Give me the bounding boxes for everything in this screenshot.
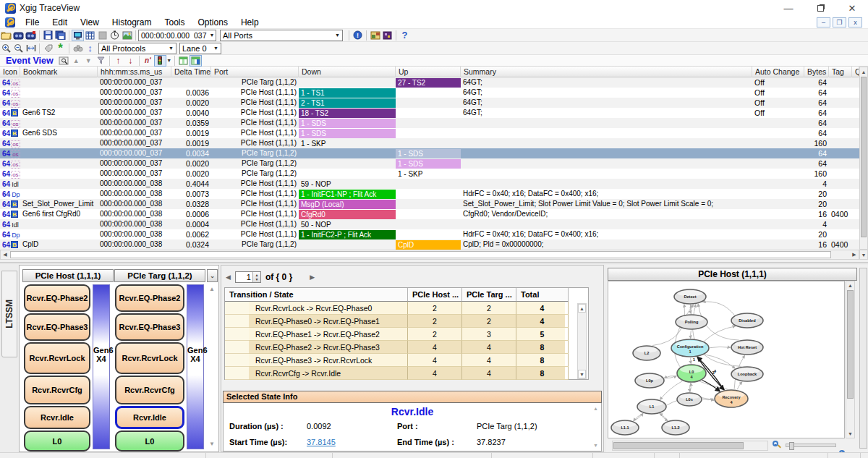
transition-column-header[interactable]: Transition / State [225,288,408,302]
event-row[interactable]: 64os000:00:00.000_0370.0020PCIe Targ (1,… [0,169,859,179]
state-node-l12[interactable]: L1.2 [662,420,689,435]
event-row[interactable]: 64Idl000:00:00.000_0380.4044PCIe Host (1… [0,179,859,189]
event-row[interactable]: 64BSet_Slot_Power_Limit000:00:00.000_038… [0,199,859,209]
ports-select[interactable]: All Ports ▼ [220,30,343,41]
menu-tools[interactable]: Tools [158,16,192,28]
column-header-time[interactable]: hhh:mm:ss.ms_us [98,67,171,77]
state-info-scroll-down-icon[interactable]: ▼ [593,443,598,448]
ltssm-state-rcvr-eq-phase2[interactable]: Rcvr.EQ-Phase2 [115,284,184,312]
column-header-tag[interactable]: Tag [829,67,852,77]
time-jump-field[interactable]: 000:00:00.000 037 ▼ [138,30,216,41]
start-time-link[interactable]: 37.8145 [307,438,336,446]
column-header-qu[interactable]: Qu [852,67,859,77]
ltssm-scroll-up-icon[interactable]: ▲ [209,286,215,292]
timer-icon[interactable] [109,30,121,41]
swap-direction-icon[interactable]: ↕ [84,43,96,54]
transition-row[interactable]: Rcvr.RcvrCfg -> Rcvr.Idle448 [225,367,565,380]
trigger-view-icon[interactable] [154,55,166,67]
zoom-in-icon[interactable] [0,43,12,54]
menu-help[interactable]: Help [234,16,265,28]
open-trace-icon[interactable] [12,30,25,41]
transition-row[interactable]: Rcvr.EQ-Phase1 -> Rcvr.EQ-Phase2235 [225,328,565,341]
menu-file[interactable]: File [19,16,46,28]
event-row[interactable]: 64os000:00:00.000_0370.0020PCIe Targ (1,… [0,158,859,169]
close-button[interactable]: ✕ [836,0,868,16]
page-prev-icon[interactable]: ◀ [226,273,231,281]
event-details-icon[interactable] [58,55,70,67]
state-node-l1[interactable]: L1 [637,399,666,414]
column-view-icon[interactable] [177,55,190,67]
goto-nth-icon[interactable]: nʹ [142,55,154,67]
transition-table-vscrollbar[interactable]: ▲ ▼ [577,303,587,379]
transition-column-header[interactable]: PCIe Host ... [408,288,462,302]
state-diagram-header[interactable]: PCIe Host (1,1,1) [608,268,857,281]
help-icon[interactable]: ? [399,30,411,41]
column-header-delta[interactable]: Delta Time [171,67,211,77]
ltssm-state-rcvr-rcvrlock[interactable]: Rcvr.RcvrLock [115,342,184,374]
page-next-icon[interactable]: ▶ [310,273,315,281]
mdi-restore-button[interactable]: ❐ [833,17,846,27]
event-row[interactable]: 64BCplD000:00:00.000_0380.0324PCIe Targ … [0,239,859,250]
state-node-l2[interactable]: L2 [633,346,660,360]
ltssm-state-rcvr-idle[interactable]: Rcvr.Idle [115,406,184,429]
ltssm-state-rcvr-idle[interactable]: Rcvr.Idle [24,406,90,429]
menu-edit[interactable]: Edit [46,16,74,28]
event-row[interactable]: 64Dp000:00:00.000_0380.0062PCIe Host (1,… [0,229,859,239]
event-row[interactable]: 64os000:00:00.000_0370.0034PCIe Targ (1,… [0,148,859,158]
open-file-icon[interactable] [0,30,12,41]
transition-row[interactable]: Rcvr.EQ-Phase2 -> Rcvr.EQ-Phase3448 [225,341,565,354]
column-header-port[interactable]: Port [211,67,299,77]
minimize-button[interactable]: — [773,0,804,16]
ltssm-state-l0[interactable]: L0 [115,431,184,451]
tab-ltssm[interactable]: LTSSM [1,271,17,357]
column-header-up[interactable]: Up [396,67,461,77]
protocols-select[interactable]: All Protocols ▼ [98,43,176,54]
state-node-l0[interactable]: L04 [677,365,706,382]
state-node-hotreset[interactable]: Hot Reset [731,340,763,355]
lane-select[interactable]: Lane 0 ▼ [179,43,221,54]
ltssm-state-rcvr-rcvrcfg[interactable]: Rcvr.RcvrCfg [24,376,90,404]
maximize-button[interactable] [804,0,836,16]
event-table-vscrollbar[interactable]: ▲ [859,67,868,250]
transition-row[interactable]: Rcvr.RcvrLock -> Rcvr.EQ-Phase0224 [225,302,565,315]
ltssm-state-rcvr-eq-phase3[interactable]: Rcvr.EQ-Phase3 [24,313,90,341]
collapsed-panel-tab[interactable] [859,268,867,449]
mdi-minimize-button[interactable]: – [817,17,830,27]
trigger-view-dropdown-icon[interactable]: ▼ [166,55,172,67]
event-row[interactable]: 64os000:00:00.000_0370.0020PCIe Host (1,… [0,98,859,108]
event-info-icon[interactable]: ! [352,30,364,41]
transition-row[interactable]: Rcvr.EQ-Phase0 -> Rcvr.EQ-Phase1224 [225,315,565,328]
state-diagram-canvas[interactable]: 134DetectPollingDisabledConfiguration1Ho… [608,281,845,438]
ltssm-header-dropdown-icon[interactable]: ⌄ [207,269,218,282]
state-node-disabled[interactable]: Disabled [731,313,763,328]
transition-column-header[interactable]: PCIe Targ ... [462,288,516,302]
marker-icon[interactable]: * [54,43,67,54]
prev-trigger-icon[interactable]: ↑ [112,55,124,67]
page-spin-icons[interactable]: ▲▼ [252,272,260,282]
event-table-vscroll-down-icon[interactable]: ▼ [859,250,868,260]
ltssm-host-header[interactable]: PCIe Host (1,1,1) [22,269,114,282]
transition-column-header[interactable]: Total [516,288,569,302]
menu-view[interactable]: View [74,16,106,28]
mdi-close-button[interactable]: x [848,17,862,27]
ports-dropdown-icon[interactable]: ▼ [332,33,340,38]
image-export-icon[interactable] [121,30,133,41]
event-row[interactable]: 64os000:00:00.000_037PCIe Targ (1,1,2)27… [0,77,859,88]
ltssm-state-l0[interactable]: L0 [24,431,90,451]
column-header-down[interactable]: Down [299,67,396,77]
color-settings-icon[interactable] [369,30,381,41]
event-row[interactable]: 64BGen6 first CfgRd0000:00:00.000_0380.0… [0,209,859,219]
column-header-summary[interactable]: Summary [461,67,752,77]
column-header-bytes[interactable]: Bytes [804,67,829,77]
diagram-zoom-slider[interactable] [786,444,836,447]
save-all-icon[interactable] [54,30,67,41]
event-row[interactable]: 64os000:00:00.000_0370.0359PCIe Host (1,… [0,118,859,128]
ltssm-scroll-down-icon[interactable]: ▼ [209,441,215,447]
protocol-map-icon[interactable] [381,30,393,41]
page-spinbox[interactable]: 1 ▲▼ [235,271,261,283]
state-node-detect[interactable]: Detect [674,289,706,304]
state-node-loopback[interactable]: Loopback [731,367,763,381]
open-recent-icon[interactable] [25,30,37,41]
ltssm-state-rcvr-rcvrlock[interactable]: Rcvr.RcvrLock [24,342,90,374]
event-row[interactable]: 64os000:00:00.000_0370.0036PCIe Host (1,… [0,88,859,98]
